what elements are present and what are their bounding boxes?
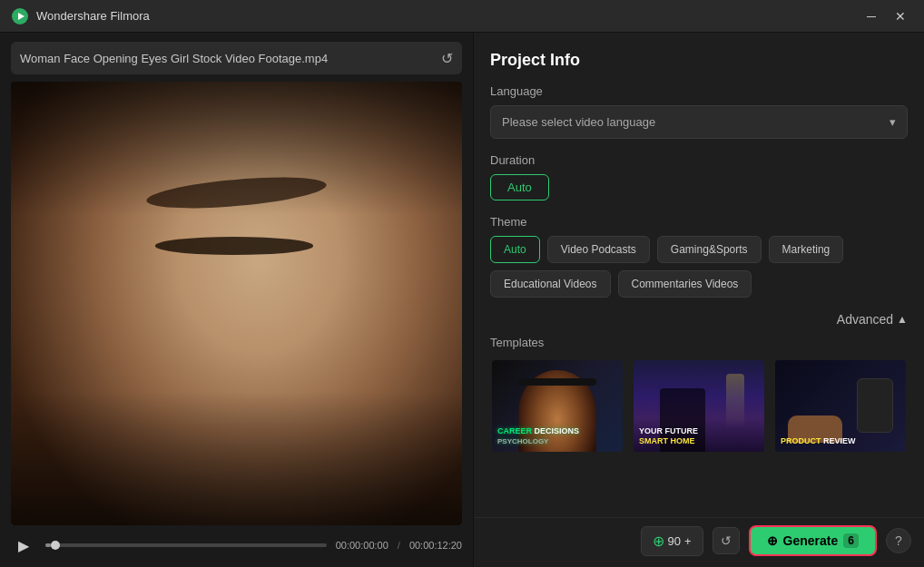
time-separator: / (398, 540, 400, 551)
theme-row1: Auto Video Podcasts Gaming&Sports Market… (490, 236, 908, 263)
left-panel: Woman Face Opening Eyes Girl Stock Video… (0, 33, 474, 567)
titlebar: Wondershare Filmora ─ ✕ (0, 0, 924, 33)
app-title: Wondershare Filmora (36, 9, 150, 23)
template-3-device (857, 378, 893, 433)
generate-icon: ⊕ (767, 533, 778, 548)
advanced-label: Advanced (837, 312, 893, 327)
play-button[interactable]: ▶ (11, 533, 36, 558)
credits-suffix: + (684, 534, 692, 548)
advanced-arrow-icon: ▲ (897, 313, 908, 326)
generate-count: 6 (843, 533, 859, 548)
language-dropdown[interactable]: Please select video language ▾ (490, 105, 908, 139)
time-current: 00:00:00:00 (336, 540, 388, 551)
template-3-label: PRODUCT REVIEW (781, 436, 856, 446)
video-preview (11, 82, 462, 525)
bottom-bar: ⊕ 90 + ↺ ⊕ Generate 6 ? (474, 517, 924, 567)
duration-section: Duration Auto (490, 153, 908, 200)
progress-dot (51, 541, 60, 550)
theme-commentaries-button[interactable]: Commentaries Videos (618, 270, 752, 298)
credits-button[interactable]: ⊕ 90 + (641, 526, 703, 556)
templates-label: Templates (490, 336, 908, 349)
video-overlay-top (11, 82, 462, 215)
video-overlay-bottom (11, 392, 462, 525)
app-logo (11, 7, 29, 25)
theme-gaming-sports-button[interactable]: Gaming&Sports (657, 236, 762, 263)
language-placeholder: Please select video language (502, 115, 655, 129)
filepath-text: Woman Face Opening Eyes Girl Stock Video… (20, 52, 434, 65)
right-panel-wrapper: Project Info Language Please select vide… (474, 33, 924, 567)
language-chevron: ▾ (890, 115, 896, 129)
template-2-lamp (726, 374, 744, 428)
filepath-bar: Woman Face Opening Eyes Girl Stock Video… (11, 42, 462, 74)
progress-bar[interactable] (45, 543, 327, 547)
controls-bar: ▶ 00:00:00:00 / 00:00:12:20 (0, 525, 473, 567)
refresh-credits-button[interactable]: ↺ (713, 527, 740, 554)
template-2-label: YOUR FUTURESMART HOME (639, 426, 698, 446)
time-total: 00:00:12:20 (409, 540, 462, 551)
duration-label: Duration (490, 153, 908, 167)
credits-icon: ⊕ (653, 533, 664, 550)
template-1-headphones (518, 378, 596, 386)
language-label: Language (490, 84, 908, 98)
project-info-title: Project Info (490, 51, 908, 70)
right-panel: Project Info Language Please select vide… (474, 33, 924, 517)
duration-auto-button[interactable]: Auto (490, 174, 549, 200)
refresh-file-button[interactable]: ↺ (441, 50, 453, 67)
template-product-review[interactable]: PRODUCT REVIEW (773, 358, 908, 454)
theme-marketing-button[interactable]: Marketing (769, 236, 844, 263)
help-button[interactable]: ? (886, 528, 911, 553)
main-layout: Woman Face Opening Eyes Girl Stock Video… (0, 33, 924, 567)
theme-video-podcasts-button[interactable]: Video Podcasts (547, 236, 650, 263)
theme-section: Theme Auto Video Podcasts Gaming&Sports … (490, 215, 908, 305)
generate-button[interactable]: ⊕ Generate 6 (749, 525, 877, 556)
titlebar-controls: ─ ✕ (859, 4, 913, 29)
close-button[interactable]: ✕ (888, 4, 913, 29)
template-1-label: CAREER DECISIONS PSYCHOLOGY (497, 426, 579, 446)
theme-educational-button[interactable]: Educational Videos (490, 270, 611, 298)
generate-label: Generate (783, 533, 839, 548)
template-career-decisions[interactable]: CAREER DECISIONS PSYCHOLOGY (490, 358, 624, 454)
theme-label: Theme (490, 215, 908, 229)
advanced-row[interactable]: Advanced ▲ (490, 312, 908, 327)
minimize-button[interactable]: ─ (859, 4, 884, 29)
templates-section: Templates CAREER DECISIONS PSYCHOLOGY (490, 336, 908, 454)
templates-row: CAREER DECISIONS PSYCHOLOGY (490, 358, 908, 454)
theme-auto-button[interactable]: Auto (490, 236, 540, 263)
theme-row2: Educational Videos Commentaries Videos (490, 270, 908, 298)
titlebar-left: Wondershare Filmora (11, 7, 150, 25)
template-your-future[interactable]: YOUR FUTURESMART HOME (632, 358, 766, 454)
credits-value: 90 (668, 534, 681, 548)
